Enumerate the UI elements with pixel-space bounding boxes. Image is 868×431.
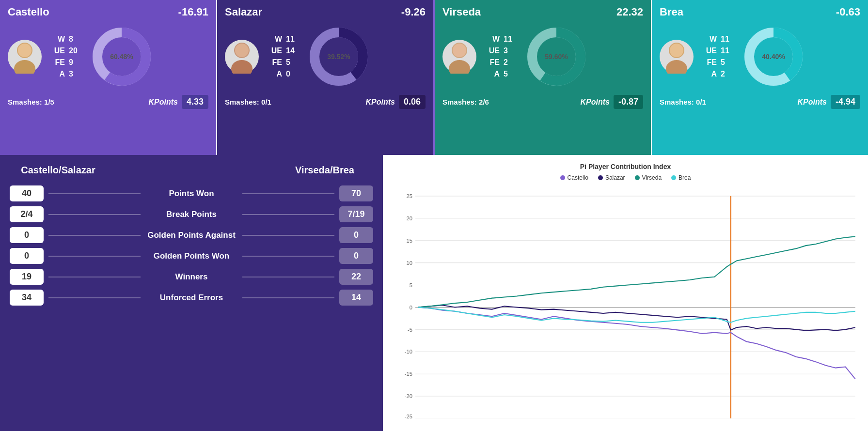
svg-point-14: [453, 44, 466, 57]
team-right-label: Virseda/Brea: [276, 165, 373, 176]
smashes-castello: Smashes: 1/5: [8, 98, 54, 106]
kpoints-virseda: KPoints -0.87: [581, 95, 643, 109]
stat-label-2: Golden Points Against: [145, 231, 237, 240]
stat-right-3: 0: [339, 248, 373, 264]
svg-text:20: 20: [406, 216, 412, 221]
smashes-brea: Smashes: 0/1: [660, 98, 706, 106]
legend-item-virseda: Virseda: [635, 174, 662, 181]
donut-salazar: 39.52%: [307, 25, 370, 88]
player-score-brea: -0.63: [836, 6, 860, 18]
svg-text:15: 15: [406, 238, 412, 244]
smashes-salazar: Smashes: 0/1: [225, 98, 271, 106]
svg-point-13: [449, 60, 470, 74]
svg-text:39.52%: 39.52%: [327, 53, 350, 61]
chart-area: Pi Player Contribution Index CastelloSal…: [383, 155, 868, 431]
svg-text:-20: -20: [405, 393, 412, 399]
stat-row-5: 34 Unforced Errors 14: [10, 290, 373, 306]
svg-text:-25: -25: [405, 414, 412, 418]
legend-item-brea: Brea: [671, 174, 691, 181]
chart-legend: CastelloSalazarVirsedaBrea: [391, 174, 860, 181]
svg-text:60.48%: 60.48%: [110, 53, 133, 61]
player-score-castello: -16.91: [178, 6, 208, 18]
stat-row-1: 2/4 Break Points 7/19: [10, 206, 373, 222]
svg-text:10: 10: [406, 260, 412, 266]
stat-row-3: 0 Golden Points Won 0: [10, 248, 373, 264]
stat-right-5: 14: [339, 290, 373, 306]
player-card-brea: Brea -0.63 W11 UE11 FE5 A2: [652, 0, 868, 155]
stat-left-0: 40: [10, 185, 44, 201]
stat-row-4: 19 Winners 22: [10, 269, 373, 285]
avatar-salazar: [225, 40, 259, 74]
legend-item-castello: Castello: [560, 174, 588, 181]
svg-point-1: [14, 60, 35, 74]
stats-brea: W11 UE11 FE5 A2: [703, 35, 732, 78]
svg-point-2: [18, 44, 32, 57]
player-name-virseda: Virseda: [442, 6, 481, 18]
kpoints-castello: KPoints 4.33: [149, 95, 209, 109]
stat-left-2: 0: [10, 227, 44, 243]
stat-row-0: 40 Points Won 70: [10, 185, 373, 201]
svg-text:25: 25: [406, 193, 412, 199]
donut-brea: 40.40%: [742, 25, 805, 88]
svg-text:0: 0: [410, 304, 412, 310]
stats-salazar: W11 UE14 FE5 A0: [268, 35, 298, 78]
stats-castello: W8 UE20 FE9 A3: [51, 35, 80, 78]
stat-rows: 40 Points Won 70 2/4 Break Points 7/19 0…: [10, 185, 373, 306]
stat-right-4: 22: [339, 269, 373, 285]
svg-text:5: 5: [410, 282, 412, 288]
stat-row-2: 0 Golden Points Against 0: [10, 227, 373, 243]
player-name-salazar: Salazar: [225, 6, 262, 18]
chart-title: Pi Player Contribution Index: [391, 163, 860, 170]
stat-label-5: Unforced Errors: [145, 293, 237, 303]
svg-point-20: [670, 44, 683, 57]
avatar-castello: [8, 40, 42, 74]
player-name-castello: Castello: [8, 6, 49, 18]
stat-right-0: 70: [339, 185, 373, 201]
smashes-virseda: Smashes: 2/6: [442, 98, 489, 106]
player-score-virseda: 22.32: [616, 6, 643, 18]
svg-text:-5: -5: [408, 326, 412, 332]
svg-text:-15: -15: [405, 371, 412, 377]
kpoints-brea: KPoints -4.94: [798, 95, 860, 109]
svg-point-7: [231, 60, 253, 74]
stats-table: Castello/Salazar Virseda/Brea 40 Points …: [0, 155, 383, 431]
player-name-brea: Brea: [660, 6, 683, 18]
stat-left-4: 19: [10, 269, 44, 285]
player-card-virseda: Virseda 22.32 W11 UE3 FE2 A5: [435, 0, 651, 155]
avatar-virseda: [442, 40, 476, 74]
avatar-brea: [660, 40, 694, 74]
stat-left-5: 34: [10, 290, 44, 306]
svg-text:-10: -10: [405, 349, 412, 354]
stat-right-1: 7/19: [339, 206, 373, 222]
svg-text:40.40%: 40.40%: [762, 53, 785, 61]
svg-point-19: [666, 60, 687, 74]
stats-virseda: W11 UE3 FE2 A5: [486, 35, 515, 78]
donut-virseda: 59.60%: [525, 25, 588, 88]
chart-svg: 25 20 15 10 5 0 -5 -10 -15 -20 -25: [391, 186, 860, 418]
player-card-castello: Castello -16.91 W8 UE20 FE9 A3: [0, 0, 216, 155]
stat-right-2: 0: [339, 227, 373, 243]
player-score-salazar: -9.26: [401, 6, 426, 18]
team-left-label: Castello/Salazar: [10, 165, 107, 176]
stat-left-3: 0: [10, 248, 44, 264]
stat-label-1: Break Points: [145, 210, 237, 219]
player-card-salazar: Salazar -9.26 W11 UE14 FE5 A0: [217, 0, 433, 155]
svg-point-8: [235, 44, 249, 57]
stat-left-1: 2/4: [10, 206, 44, 222]
svg-text:59.60%: 59.60%: [545, 53, 568, 61]
stat-label-4: Winners: [145, 272, 237, 282]
donut-castello: 60.48%: [90, 25, 153, 88]
stat-label-0: Points Won: [145, 189, 237, 199]
legend-item-salazar: Salazar: [598, 174, 625, 181]
stat-label-3: Golden Points Won: [145, 251, 237, 261]
kpoints-salazar: KPoints 0.06: [366, 95, 426, 109]
